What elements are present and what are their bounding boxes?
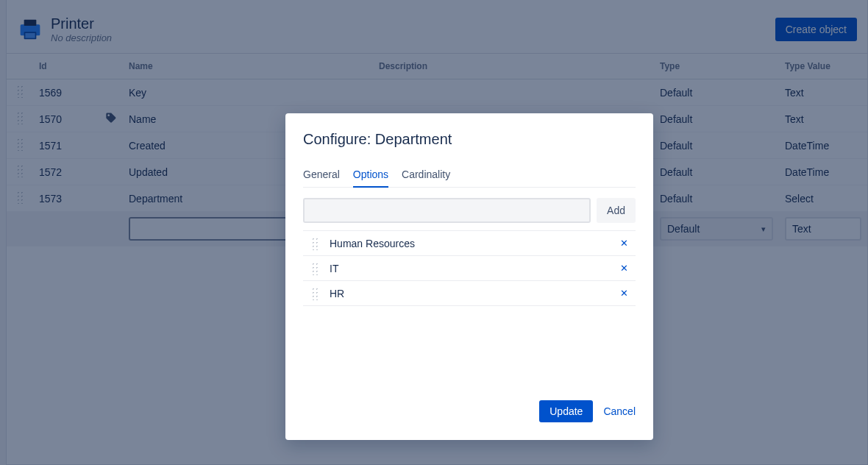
option-row: HR✕ (303, 281, 636, 306)
add-option-button[interactable]: Add (597, 198, 636, 223)
remove-option-button[interactable]: ✕ (612, 238, 636, 249)
add-option-input[interactable] (303, 198, 591, 223)
option-list: Human Resources✕IT✕HR✕ (303, 230, 636, 306)
drag-handle-icon[interactable] (311, 287, 319, 300)
option-label: IT (327, 263, 612, 274)
modal-title: Configure: Department (303, 131, 636, 148)
drag-handle-icon[interactable] (311, 262, 319, 275)
option-row: Human Resources✕ (303, 231, 636, 256)
drag-handle-icon[interactable] (311, 237, 319, 250)
tab-options[interactable]: Options (353, 166, 388, 188)
modal-overlay: Configure: Department General Options Ca… (0, 0, 868, 465)
remove-option-button[interactable]: ✕ (612, 263, 636, 274)
tab-cardinality[interactable]: Cardinality (402, 166, 450, 187)
remove-option-button[interactable]: ✕ (612, 288, 636, 299)
configure-modal: Configure: Department General Options Ca… (285, 113, 653, 440)
option-label: Human Resources (327, 238, 612, 249)
tab-general[interactable]: General (303, 166, 340, 187)
modal-tabs: General Options Cardinality (303, 166, 636, 188)
option-label: HR (327, 288, 612, 299)
update-button[interactable]: Update (539, 400, 593, 422)
cancel-button[interactable]: Cancel (603, 405, 636, 417)
option-row: IT✕ (303, 256, 636, 281)
